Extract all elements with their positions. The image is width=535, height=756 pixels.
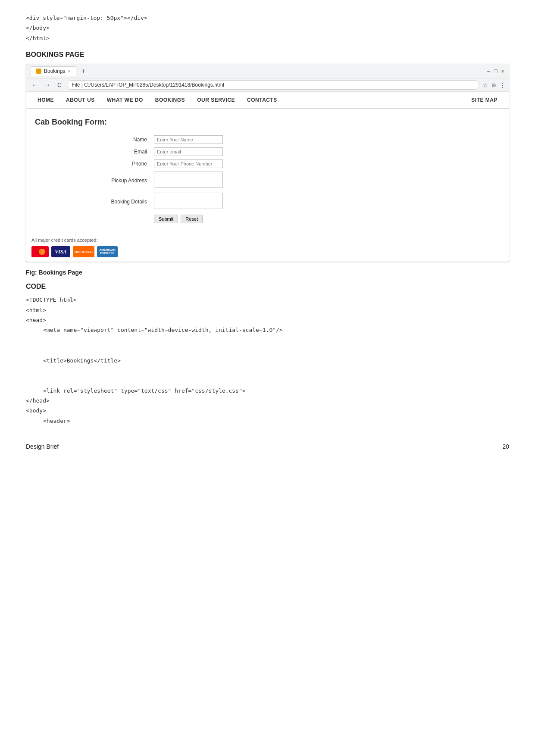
design-brief-label: Design Brief xyxy=(26,443,59,450)
reload-button[interactable]: C xyxy=(56,81,63,89)
nav-site-map[interactable]: SITE MAP xyxy=(465,92,504,108)
form-label-phone: Phone xyxy=(104,158,151,170)
nav-contacts[interactable]: CONTACTS xyxy=(241,92,283,108)
menu-icon[interactable]: ⋮ xyxy=(500,82,505,88)
new-tab-btn[interactable]: + xyxy=(81,67,85,75)
tab-label: Bookings xyxy=(44,68,65,74)
tab-favicon xyxy=(36,69,41,74)
credit-cards-label: All major credit cards accepted: xyxy=(31,237,504,243)
code-heading: CODE xyxy=(26,283,509,291)
form-label-email: Email xyxy=(104,146,151,158)
fig-caption: Fig: Bookings Page xyxy=(26,269,509,276)
top-code-line3: </html> xyxy=(26,33,509,43)
nav-what-we-do[interactable]: WHAT WE DO xyxy=(101,92,149,108)
code-line-13: <header> xyxy=(43,416,509,426)
nav-bookings[interactable]: BOOKINGS xyxy=(149,92,191,108)
top-code-line2: </body> xyxy=(26,23,509,33)
pickup-address-input[interactable] xyxy=(154,172,223,188)
tab-close-btn[interactable]: × xyxy=(68,69,70,74)
code-line-5 xyxy=(26,335,509,345)
window-close-btn[interactable]: × xyxy=(501,68,504,75)
address-bar-row: ← → C File | C:/Users/LAPTOP_MP0285/Desk… xyxy=(26,78,509,92)
credit-cards-section: All major credit cards accepted: VISA DI… xyxy=(26,232,509,262)
page-number: 20 xyxy=(502,443,509,450)
site-nav: HOME ABOUT US WHAT WE DO BOOKINGS OUR SE… xyxy=(26,92,509,109)
form-label-name: Name xyxy=(104,134,151,146)
booking-form-wrapper: Name Email Phone Pickup Ad xyxy=(35,134,500,225)
code-line-2: <html> xyxy=(26,305,509,315)
form-row-buttons: Submit Reset xyxy=(104,212,225,225)
form-row-details: Booking Details xyxy=(104,191,225,212)
address-bar[interactable]: File | C:/Users/LAPTOP_MP0285/Desktop/12… xyxy=(67,80,479,90)
form-label-details: Booking Details xyxy=(104,191,151,212)
code-line-8 xyxy=(26,366,509,375)
visa-badge: VISA xyxy=(51,246,70,257)
code-line-4: <meta name="viewport" content="width=dev… xyxy=(43,325,509,335)
code-line-6 xyxy=(26,345,509,355)
name-input[interactable] xyxy=(154,135,223,144)
discover-badge: DISCOVER xyxy=(73,246,94,257)
mastercard-badge xyxy=(31,246,49,257)
browser-titlebar: Bookings × + − □ × xyxy=(26,64,509,78)
browser-tab[interactable]: Bookings × xyxy=(31,66,76,76)
credit-cards-row: VISA DISCOVER AMERICANEXPRESS xyxy=(31,246,504,257)
form-label-pickup: Pickup Address xyxy=(104,170,151,191)
email-input[interactable] xyxy=(154,147,223,156)
form-row-email: Email xyxy=(104,146,225,158)
booking-details-input[interactable] xyxy=(154,193,223,209)
browser-window: Bookings × + − □ × ← → C File | C:/Users… xyxy=(26,64,509,262)
amex-badge: AMERICANEXPRESS xyxy=(97,246,118,257)
back-button[interactable]: ← xyxy=(30,81,39,89)
code-block: <!DOCTYPE html> <html> <head> <meta name… xyxy=(26,295,509,426)
code-line-11: </head> xyxy=(26,396,509,406)
code-line-1: <!DOCTYPE html> xyxy=(26,295,509,305)
phone-input[interactable] xyxy=(154,159,223,168)
forward-button[interactable]: → xyxy=(43,81,52,89)
browser-right-icons: ☆ ⊕ ⋮ xyxy=(483,82,505,88)
nav-about[interactable]: ABOUT US xyxy=(60,92,101,108)
top-code-line1: <div style="margin-top: 50px"></div> xyxy=(26,13,509,23)
window-minimize-btn[interactable]: − xyxy=(487,68,490,75)
code-line-10: <link rel="stylesheet" type="text/css" h… xyxy=(43,386,509,396)
star-icon[interactable]: ☆ xyxy=(483,82,488,88)
nav-our-service[interactable]: OUR SERVICE xyxy=(191,92,241,108)
code-line-7: <title>Bookings</title> xyxy=(43,356,509,366)
cab-booking-title: Cab Booking Form: xyxy=(35,118,500,127)
code-line-9 xyxy=(26,375,509,385)
code-line-3: <head> xyxy=(26,315,509,325)
account-icon[interactable]: ⊕ xyxy=(491,82,496,88)
booking-form: Name Email Phone Pickup Ad xyxy=(104,134,225,225)
reset-button[interactable]: Reset xyxy=(181,215,203,223)
code-line-12: <body> xyxy=(26,406,509,415)
bookings-page-heading: BOOKINGS PAGE xyxy=(26,51,509,59)
nav-home[interactable]: HOME xyxy=(31,92,60,108)
page-content: Cab Booking Form: Name Email xyxy=(26,109,509,232)
form-row-phone: Phone xyxy=(104,158,225,170)
form-row-name: Name xyxy=(104,134,225,146)
window-restore-btn[interactable]: □ xyxy=(494,68,497,75)
submit-button[interactable]: Submit xyxy=(154,215,178,223)
window-controls: − □ × xyxy=(487,68,504,75)
form-row-pickup: Pickup Address xyxy=(104,170,225,191)
